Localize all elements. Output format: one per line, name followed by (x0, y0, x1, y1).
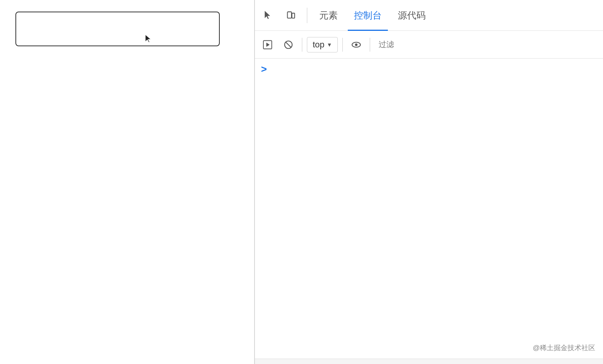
page-input-box[interactable] (15, 12, 220, 46)
toolbar-divider-2 (342, 38, 343, 52)
top-selector-value: top (313, 40, 325, 50)
svg-marker-4 (266, 42, 270, 47)
console-prompt-row: > (255, 59, 603, 80)
svg-line-6 (285, 42, 291, 47)
svg-point-8 (355, 43, 358, 46)
devtools-bottom-bar (255, 359, 603, 364)
svg-rect-1 (288, 12, 292, 18)
devtools-toolbar: top ▼ (255, 31, 603, 59)
inspector-icon-button[interactable] (259, 6, 278, 25)
tab-sources[interactable]: 源代码 (392, 0, 432, 31)
play-icon (263, 40, 273, 50)
console-content-area: > @稀土掘金技术社区 (255, 59, 603, 359)
devtools-tab-bar: 元素 控制台 源代码 (255, 0, 603, 31)
devtools-panel: 元素 控制台 源代码 top ▼ (254, 0, 603, 364)
tab-elements[interactable]: 元素 (313, 0, 344, 31)
inspector-icon (263, 10, 274, 21)
live-expressions-button[interactable] (347, 36, 365, 54)
top-frame-selector[interactable]: top ▼ (307, 37, 338, 52)
toolbar-divider-1 (302, 38, 302, 52)
eye-icon (351, 40, 361, 50)
svg-rect-2 (292, 13, 295, 18)
console-chevron-icon[interactable]: > (261, 63, 267, 75)
tabs-divider (307, 8, 307, 23)
clear-console-button[interactable] (280, 36, 297, 54)
chevron-down-icon: ▼ (327, 42, 332, 48)
device-toolbar-icon-button[interactable] (282, 6, 301, 25)
watermark-text: @稀土掘金技术社区 (533, 343, 595, 352)
browser-content-panel (0, 0, 254, 364)
block-icon (283, 40, 293, 50)
tab-console[interactable]: 控制台 (348, 0, 388, 31)
execute-script-button[interactable] (259, 36, 276, 54)
toolbar-divider-3 (370, 38, 370, 52)
filter-input[interactable] (375, 36, 599, 53)
device-toolbar-icon (286, 10, 297, 21)
